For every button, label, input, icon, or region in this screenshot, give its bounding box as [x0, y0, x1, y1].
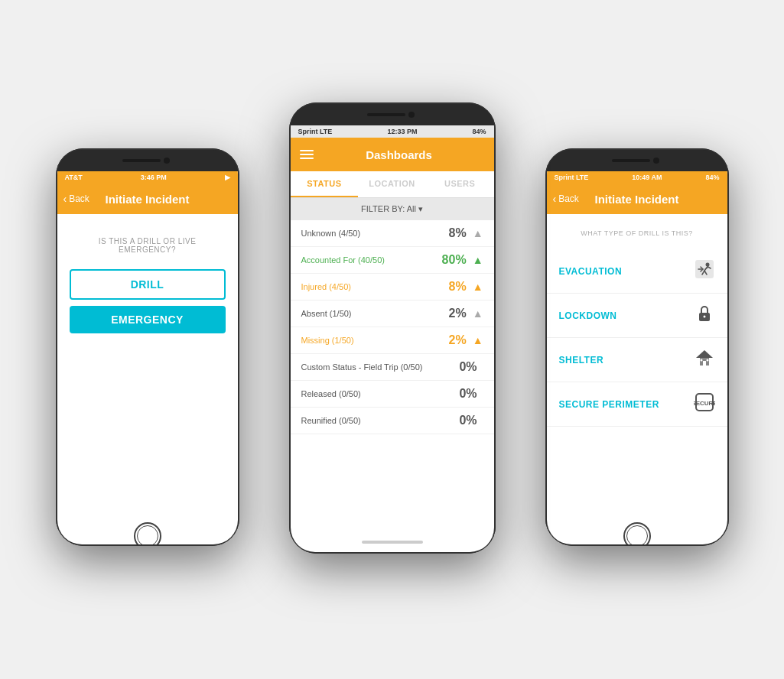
warning-orange-icon: ▲ — [473, 281, 483, 293]
status-percent: 80% — [442, 253, 467, 267]
right-battery: 84% — [705, 174, 719, 181]
lockdown-label: LOCKDOWN — [559, 310, 617, 321]
svg-text:SECURE: SECURE — [694, 400, 715, 407]
tab-location[interactable]: LOCATION — [358, 171, 426, 197]
emergency-button[interactable]: EMERGENCY — [70, 306, 226, 333]
phone-center: Sprint LTE 12:33 PM 84% Dashboards — [289, 102, 496, 554]
svg-point-9 — [703, 316, 705, 318]
status-percent: 0% — [459, 414, 477, 427]
warning-green-icon: ▲ — [473, 254, 483, 266]
center-time: 12:33 PM — [387, 128, 417, 135]
evacuation-option[interactable]: EVACUATION — [547, 249, 727, 294]
filter-label: FILTER BY: All — [361, 204, 416, 213]
status-label: Absent (1/50) — [301, 309, 449, 318]
right-back-label: Back — [558, 193, 579, 204]
filter-chevron-icon: ▾ — [418, 204, 423, 213]
right-header-title: Initiate Incident — [594, 193, 678, 206]
left-question: IS THIS A DRILL OR LIVE EMERGENCY? — [70, 237, 226, 254]
status-label: Released (0/50) — [301, 389, 460, 398]
right-status-bar: Sprint LTE 10:49 AM 84% — [547, 171, 727, 184]
left-carrier: AT&T — [65, 174, 83, 181]
status-list: Unknown (4/50) 8% ▲ Accounted For (40/50… — [291, 220, 494, 434]
evacuation-label: EVACUATION — [559, 266, 623, 277]
left-app-header: ‹ Back Initiate Incident — [57, 184, 238, 214]
status-percent: 0% — [459, 360, 477, 374]
secure-perimeter-label: SECURE PERIMETER — [559, 399, 659, 410]
secure-perimeter-option[interactable]: SECURE PERIMETER SECURE — [547, 382, 727, 427]
lockdown-option[interactable]: LOCKDOWN — [547, 294, 727, 338]
center-bottom-area — [291, 523, 494, 552]
right-bottom-area — [547, 517, 727, 544]
shelter-label: SHELTER — [559, 355, 604, 365]
left-back-label: Back — [69, 193, 89, 204]
left-battery: ▶ — [225, 174, 230, 181]
tab-status[interactable]: STATUS — [291, 171, 359, 197]
status-label: Injured (4/50) — [301, 282, 449, 291]
center-header-title: Dashboards — [314, 148, 485, 161]
phone-left: AT&T 3:46 PM ▶ ‹ Back Initiate Incident … — [56, 148, 239, 546]
right-home-button[interactable] — [623, 522, 651, 544]
center-status-bar: Sprint LTE 12:33 PM 84% — [291, 125, 494, 138]
status-percent: 8% — [449, 226, 467, 240]
right-time: 10:49 AM — [632, 174, 662, 181]
left-content: IS THIS A DRILL OR LIVE EMERGENCY? DRILL… — [57, 214, 238, 349]
table-row: Released (0/50) 0% — [291, 381, 494, 408]
left-back-button[interactable]: ‹ Back — [63, 193, 89, 205]
right-app-header: ‹ Back Initiate Incident — [547, 184, 727, 214]
right-question: WHAT TYPE OF DRILL IS THIS? — [547, 222, 727, 249]
svg-marker-10 — [696, 350, 713, 358]
left-home-button[interactable] — [134, 522, 161, 544]
warning-orange-icon-2: ▲ — [473, 334, 483, 346]
status-label: Accounted For (40/50) — [301, 255, 442, 265]
svg-point-14 — [706, 359, 708, 362]
right-carrier: Sprint LTE — [555, 174, 589, 181]
status-percent: 8% — [449, 280, 467, 294]
status-label: Reunified (0/50) — [301, 416, 460, 425]
left-home-inner — [137, 525, 158, 544]
status-percent: 2% — [449, 333, 467, 347]
warning-grey-icon: ▲ — [473, 227, 483, 239]
right-content: WHAT TYPE OF DRILL IS THIS? EVACUATION — [547, 214, 727, 434]
status-label: Missing (1/50) — [301, 336, 449, 345]
svg-point-13 — [700, 359, 702, 362]
right-back-button[interactable]: ‹ Back — [553, 193, 579, 205]
table-row: Injured (4/50) 8% ▲ — [291, 274, 494, 301]
filter-bar[interactable]: FILTER BY: All ▾ — [291, 198, 494, 220]
left-header-title: Initiate Incident — [105, 193, 189, 206]
table-row: Accounted For (40/50) 80% ▲ — [291, 247, 494, 274]
lockdown-icon — [694, 303, 715, 328]
right-home-inner — [626, 525, 648, 544]
table-row: Missing (1/50) 2% ▲ — [291, 327, 494, 354]
shelter-icon — [694, 347, 715, 372]
table-row: Reunified (0/50) 0% — [291, 408, 494, 434]
status-percent: 2% — [449, 307, 467, 320]
center-home-indicator — [362, 541, 423, 544]
status-label: Custom Status - Field Trip (0/50) — [301, 362, 460, 372]
shelter-option[interactable]: SHELTER — [547, 338, 727, 382]
evacuation-icon — [694, 258, 715, 284]
table-row: Custom Status - Field Trip (0/50) 0% — [291, 354, 494, 381]
left-status-bar: AT&T 3:46 PM ▶ — [57, 171, 238, 184]
table-row: Absent (1/50) 2% ▲ — [291, 301, 494, 327]
scene: AT&T 3:46 PM ▶ ‹ Back Initiate Incident … — [25, 26, 760, 653]
center-app-header: Dashboards — [291, 138, 494, 171]
status-percent: 0% — [459, 387, 477, 401]
left-time: 3:46 PM — [141, 174, 167, 181]
center-tabs: STATUS LOCATION USERS — [291, 171, 494, 198]
table-row: Unknown (4/50) 8% ▲ — [291, 220, 494, 247]
hamburger-menu-icon[interactable] — [300, 150, 314, 159]
right-back-chevron-icon: ‹ — [553, 193, 557, 205]
phone-right: Sprint LTE 10:49 AM 84% ‹ Back Initiate … — [545, 148, 729, 546]
tab-users[interactable]: USERS — [426, 171, 494, 197]
left-back-chevron-icon: ‹ — [63, 193, 67, 205]
center-battery: 84% — [472, 128, 486, 135]
left-bottom-area — [57, 517, 238, 544]
drill-button[interactable]: DRILL — [70, 269, 226, 300]
center-carrier: Sprint LTE — [298, 128, 333, 135]
status-label: Unknown (4/50) — [301, 229, 449, 238]
svg-rect-12 — [703, 361, 706, 365]
warning-grey-icon-2: ▲ — [473, 307, 483, 320]
secure-perimeter-icon: SECURE — [694, 391, 715, 417]
